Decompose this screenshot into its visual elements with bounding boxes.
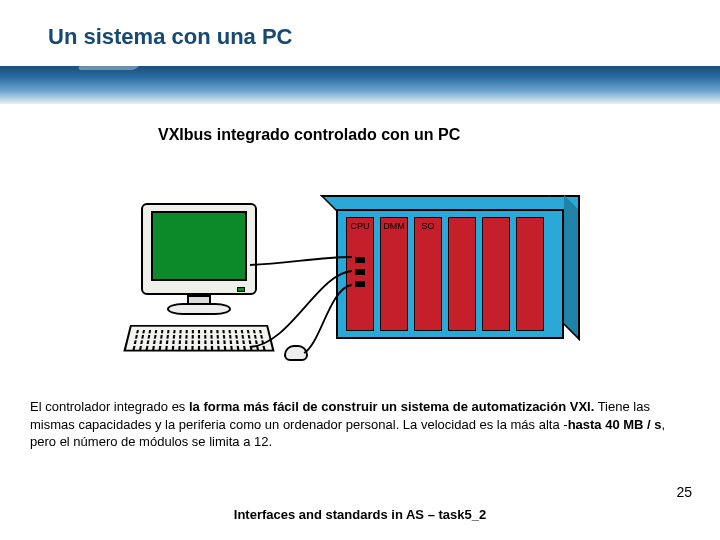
slide-subtitle: VXIbus integrado controlado con un PC	[158, 126, 460, 144]
text-bold: hasta 40 MB / s	[568, 417, 662, 432]
page-number: 25	[676, 484, 692, 500]
header-band	[0, 0, 720, 120]
diagram: CPU DMM SO	[130, 195, 590, 385]
text-bold: la forma más fácil de construir un siste…	[189, 399, 594, 414]
text-run: El controlador integrado es	[30, 399, 189, 414]
body-text: El controlador integrado es la forma más…	[30, 398, 690, 451]
footer-text: Interfaces and standards in AS – task5_2	[0, 507, 720, 522]
cable-monitor	[130, 195, 590, 385]
slide-title: Un sistema con una PC	[48, 24, 293, 50]
text-run: Tiene	[594, 399, 633, 414]
